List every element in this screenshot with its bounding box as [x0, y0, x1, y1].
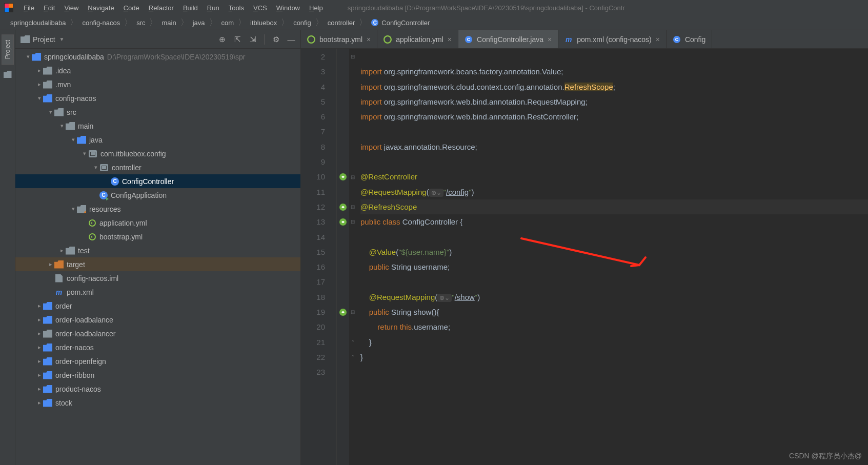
- tab-pom-xml-config-nacos-[interactable]: mpom.xml (config-nacos)×: [558, 30, 667, 48]
- fold-toggle[interactable]: [349, 319, 356, 334]
- tree-node-java[interactable]: ▾java: [15, 133, 300, 147]
- tree-node-test[interactable]: ▸test: [15, 244, 300, 257]
- chevron-icon[interactable]: ▾: [47, 109, 54, 115]
- code-line[interactable]: public class ConfigController {: [360, 214, 868, 229]
- chevron-icon[interactable]: ▸: [36, 358, 43, 365]
- breadcrumb-item[interactable]: springcloudalibaba: [7, 18, 69, 28]
- tree-node-product-nacos[interactable]: ▸product-nacos: [15, 382, 300, 396]
- tree-node-com-itbluebox-config[interactable]: ▾com.itbluebox.config: [15, 147, 300, 160]
- code-line[interactable]: import org.springframework.web.bind.anno…: [360, 109, 868, 124]
- code-line[interactable]: [360, 274, 868, 289]
- fold-toggle[interactable]: [349, 185, 356, 199]
- expand-all-icon[interactable]: ⇱: [233, 35, 241, 44]
- chevron-icon[interactable]: ▸: [58, 247, 66, 254]
- chevron-icon[interactable]: ▾: [81, 150, 88, 157]
- breadcrumb-item[interactable]: config: [290, 18, 314, 28]
- collapse-all-icon[interactable]: ⇲: [249, 35, 257, 44]
- sidebar-tab-project[interactable]: Project: [2, 34, 14, 65]
- chevron-icon[interactable]: ▸: [47, 261, 54, 268]
- chevron-icon[interactable]: ▾: [70, 206, 77, 212]
- menu-run[interactable]: Run: [203, 2, 224, 14]
- tree-node-order-loadbalance[interactable]: ▸order-loadbalance: [15, 313, 300, 327]
- tree-node-target[interactable]: ▸target: [15, 257, 300, 271]
- fold-gutter[interactable]: ⊟⊟⊟⊟⊟⌃⌃: [349, 49, 356, 465]
- code-line[interactable]: import org.springframework.web.bind.anno…: [360, 94, 868, 109]
- code-line[interactable]: [360, 230, 868, 245]
- tree-node-order-openfeign[interactable]: ▸order-openfeign: [15, 354, 300, 368]
- code-line[interactable]: @RefreshScope: [360, 199, 868, 214]
- chevron-icon[interactable]: ▾: [58, 123, 66, 129]
- chevron-icon[interactable]: ▾: [70, 136, 77, 143]
- fold-toggle[interactable]: [349, 109, 356, 124]
- tree-node-order-loadbalancer[interactable]: ▸order-loadbalancer: [15, 327, 300, 340]
- tree-node-main[interactable]: ▾main: [15, 119, 300, 133]
- chevron-icon[interactable]: ▸: [36, 81, 43, 88]
- fold-toggle[interactable]: [349, 79, 356, 94]
- gear-icon[interactable]: ⚙: [272, 35, 280, 44]
- fold-toggle[interactable]: [349, 230, 356, 245]
- chevron-icon[interactable]: ▸: [36, 302, 43, 309]
- fold-toggle[interactable]: [349, 290, 356, 305]
- code-line[interactable]: return this.username;: [360, 319, 868, 334]
- tree-node-order-nacos[interactable]: ▸order-nacos: [15, 340, 300, 354]
- breadcrumb-item[interactable]: CConfigController: [368, 18, 433, 28]
- code-line[interactable]: @RequestMapping(⊕⌄"/show"): [360, 290, 868, 305]
- tree-node-stock[interactable]: ▸stock: [15, 396, 300, 410]
- code-line[interactable]: import org.springframework.beans.factory…: [360, 64, 868, 79]
- code-line[interactable]: @RestController: [360, 169, 868, 184]
- breadcrumb-item[interactable]: main: [158, 18, 179, 28]
- hide-icon[interactable]: —: [287, 35, 295, 44]
- fold-toggle[interactable]: [349, 124, 356, 139]
- fold-toggle[interactable]: [349, 139, 356, 154]
- tree-node--idea[interactable]: ▸.idea: [15, 64, 300, 77]
- close-icon[interactable]: ×: [448, 35, 452, 44]
- breadcrumb-item[interactable]: src: [133, 18, 148, 28]
- panel-title[interactable]: Project: [33, 35, 55, 44]
- menu-help[interactable]: Help: [305, 2, 327, 14]
- fold-toggle[interactable]: [349, 94, 356, 109]
- close-icon[interactable]: ×: [548, 35, 552, 44]
- breadcrumb-item[interactable]: config-nacos: [79, 18, 123, 28]
- menu-tools[interactable]: Tools: [225, 2, 248, 14]
- menu-vcs[interactable]: VCS: [249, 2, 271, 14]
- code-line[interactable]: public String show(){: [360, 305, 868, 319]
- fold-toggle[interactable]: ⊟: [349, 305, 356, 319]
- tree-node-bootstrap-yml[interactable]: bootstrap.yml: [15, 230, 300, 244]
- menu-edit[interactable]: Edit: [39, 2, 59, 14]
- menu-refactor[interactable]: Refactor: [145, 2, 178, 14]
- fold-toggle[interactable]: ⊟: [349, 214, 356, 229]
- code-line[interactable]: [360, 49, 868, 64]
- code-line[interactable]: public String username;: [360, 259, 868, 274]
- tree-node-order[interactable]: ▸order: [15, 299, 300, 313]
- tree-node-pom-xml[interactable]: mpom.xml: [15, 285, 300, 299]
- chevron-icon[interactable]: ▸: [36, 399, 43, 406]
- breadcrumb-item[interactable]: java: [190, 18, 208, 28]
- editor-body[interactable]: 234567891011121314151617181920212223 ⊟⊟⊟…: [301, 49, 868, 465]
- menu-window[interactable]: Window: [272, 2, 304, 14]
- close-icon[interactable]: ×: [656, 35, 660, 44]
- code-line[interactable]: @RequestMapping(⊕⌄"/config"): [360, 185, 868, 199]
- menu-navigate[interactable]: Navigate: [84, 2, 118, 14]
- chevron-icon[interactable]: ▾: [36, 95, 43, 102]
- chevron-icon[interactable]: ▸: [36, 344, 43, 351]
- fold-toggle[interactable]: [349, 365, 356, 379]
- chevron-icon[interactable]: ▸: [36, 330, 43, 337]
- tree-node-springcloudalibaba[interactable]: ▾springcloudalibabaD:\ProgramWorkSpace\I…: [15, 50, 300, 64]
- chevron-icon[interactable]: ▸: [36, 372, 43, 378]
- fold-toggle[interactable]: ⌃: [349, 335, 356, 350]
- fold-toggle[interactable]: [349, 154, 356, 169]
- breadcrumb-item[interactable]: controller: [325, 18, 358, 28]
- tab-configcontroller-java[interactable]: CConfigController.java×: [458, 30, 558, 48]
- code-line[interactable]: [360, 365, 868, 379]
- tree-node-controller[interactable]: ▾controller: [15, 160, 300, 174]
- fold-toggle[interactable]: ⊟: [349, 199, 356, 214]
- chevron-icon[interactable]: ▸: [36, 316, 43, 323]
- tree-node-config-nacos-iml[interactable]: config-nacos.iml: [15, 271, 300, 285]
- chevron-icon[interactable]: ▸: [36, 386, 43, 392]
- tree-node-configcontroller[interactable]: CConfigController: [15, 174, 300, 188]
- code-line[interactable]: [360, 154, 868, 169]
- chevron-icon[interactable]: ▾: [25, 53, 32, 60]
- code-line[interactable]: }: [360, 335, 868, 350]
- code-line[interactable]: [360, 124, 868, 139]
- fold-toggle[interactable]: ⊟: [349, 169, 356, 184]
